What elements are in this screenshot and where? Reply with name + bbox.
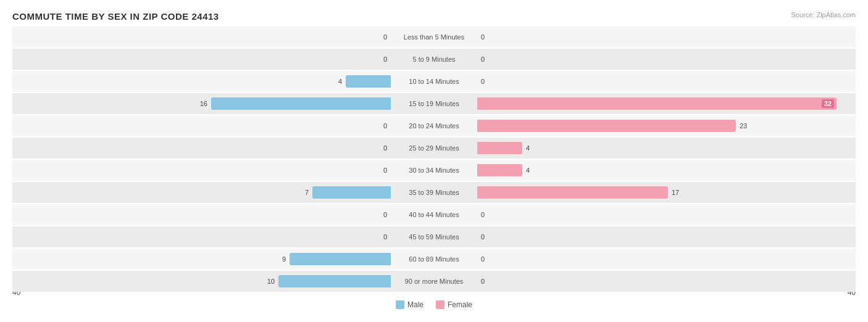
left-side: 0 bbox=[12, 138, 391, 159]
male-value: 4 bbox=[330, 78, 342, 85]
legend-male: Male bbox=[396, 300, 424, 309]
male-value: 0 bbox=[375, 56, 387, 63]
female-bar bbox=[477, 186, 668, 199]
female-bar bbox=[477, 142, 522, 154]
chart-area: 0Less than 5 Minutes005 to 9 Minutes0410… bbox=[12, 27, 856, 286]
female-bar bbox=[477, 120, 736, 132]
left-side: 0 bbox=[12, 204, 391, 225]
right-side: 0 bbox=[477, 49, 856, 70]
male-bar bbox=[346, 75, 391, 88]
chart-row: 045 to 59 Minutes0 bbox=[12, 226, 856, 247]
female-value: 0 bbox=[481, 56, 485, 63]
legend-male-box bbox=[396, 300, 404, 309]
female-value: 0 bbox=[481, 211, 485, 218]
chart-row: 025 to 29 Minutes4 bbox=[12, 138, 856, 159]
row-label: 35 to 39 Minutes bbox=[391, 189, 477, 196]
left-side: 4 bbox=[12, 71, 391, 92]
chart-row: 960 to 89 Minutes0 bbox=[12, 249, 856, 270]
chart-row: 0Less than 5 Minutes0 bbox=[12, 27, 856, 47]
right-side: 32 bbox=[477, 93, 856, 114]
chart-row: 040 to 44 Minutes0 bbox=[12, 204, 856, 225]
female-value: 4 bbox=[526, 144, 530, 152]
right-side: 4 bbox=[477, 160, 856, 181]
legend-female-label: Female bbox=[448, 300, 472, 309]
female-bar bbox=[477, 164, 522, 176]
female-value: 0 bbox=[481, 255, 485, 263]
row-label: 25 to 29 Minutes bbox=[391, 144, 477, 152]
female-value: 0 bbox=[481, 78, 485, 85]
male-value: 0 bbox=[375, 211, 387, 218]
left-side: 0 bbox=[12, 49, 391, 70]
right-side: 0 bbox=[477, 27, 856, 47]
row-label: 15 to 19 Minutes bbox=[391, 100, 477, 107]
row-label: 45 to 59 Minutes bbox=[391, 233, 477, 241]
male-value: 0 bbox=[375, 167, 387, 174]
female-value: 0 bbox=[481, 233, 485, 241]
female-value-badge: 32 bbox=[822, 99, 834, 108]
male-value: 0 bbox=[375, 233, 387, 241]
female-value: 4 bbox=[526, 167, 530, 174]
chart-container: COMMUTE TIME BY SEX IN ZIP CODE 24413 So… bbox=[0, 0, 868, 322]
male-value: 7 bbox=[296, 189, 309, 196]
male-value: 0 bbox=[375, 122, 387, 130]
source-text: Source: ZipAtlas.com bbox=[791, 11, 856, 19]
right-side: 4 bbox=[477, 138, 856, 159]
female-bar: 32 bbox=[477, 97, 837, 110]
male-value: 0 bbox=[375, 144, 387, 152]
female-value: 0 bbox=[481, 33, 485, 41]
right-side: 0 bbox=[477, 249, 856, 270]
male-value: 0 bbox=[375, 33, 387, 41]
male-value: 9 bbox=[273, 255, 286, 263]
chart-row: 735 to 39 Minutes17 bbox=[12, 182, 856, 203]
female-value: 0 bbox=[481, 278, 485, 285]
row-label: 40 to 44 Minutes bbox=[391, 211, 477, 218]
legend-male-label: Male bbox=[407, 300, 424, 309]
row-label: 5 to 9 Minutes bbox=[391, 56, 477, 63]
chart-row: 05 to 9 Minutes0 bbox=[12, 49, 856, 70]
chart-row: 030 to 34 Minutes4 bbox=[12, 160, 856, 181]
row-label: 60 to 89 Minutes bbox=[391, 255, 477, 263]
row-label: Less than 5 Minutes bbox=[391, 33, 477, 41]
right-side: 17 bbox=[477, 182, 856, 203]
chart-row: 410 to 14 Minutes0 bbox=[12, 71, 856, 92]
row-label: 90 or more Minutes bbox=[391, 278, 477, 285]
row-label: 30 to 34 Minutes bbox=[391, 167, 477, 174]
male-bar bbox=[211, 97, 391, 110]
right-side: 23 bbox=[477, 115, 856, 136]
female-value: 23 bbox=[740, 122, 747, 130]
left-side: 9 bbox=[12, 249, 391, 270]
chart-title: COMMUTE TIME BY SEX IN ZIP CODE 24413 bbox=[12, 11, 856, 22]
row-label: 10 to 14 Minutes bbox=[391, 78, 477, 85]
left-side: 0 bbox=[12, 226, 391, 247]
left-side: 10 bbox=[12, 271, 391, 292]
male-value: 10 bbox=[262, 278, 275, 285]
male-bar bbox=[290, 253, 391, 265]
male-bar bbox=[278, 275, 391, 287]
left-side: 0 bbox=[12, 160, 391, 181]
legend: Male Female bbox=[12, 300, 856, 309]
left-side: 7 bbox=[12, 182, 391, 203]
legend-female: Female bbox=[436, 300, 472, 309]
row-label: 20 to 24 Minutes bbox=[391, 122, 477, 130]
left-side: 0 bbox=[12, 115, 391, 136]
right-side: 0 bbox=[477, 271, 856, 292]
right-side: 0 bbox=[477, 71, 856, 92]
right-side: 0 bbox=[477, 204, 856, 225]
chart-row: 1090 or more Minutes0 bbox=[12, 271, 856, 292]
legend-female-box bbox=[436, 300, 444, 309]
chart-row: 1615 to 19 Minutes32 bbox=[12, 93, 856, 114]
left-side: 16 bbox=[12, 93, 391, 114]
left-side: 0 bbox=[12, 27, 391, 47]
male-bar bbox=[312, 186, 391, 199]
male-value: 16 bbox=[195, 100, 207, 107]
female-value: 17 bbox=[672, 189, 679, 196]
right-side: 0 bbox=[477, 226, 856, 247]
chart-row: 020 to 24 Minutes23 bbox=[12, 115, 856, 136]
